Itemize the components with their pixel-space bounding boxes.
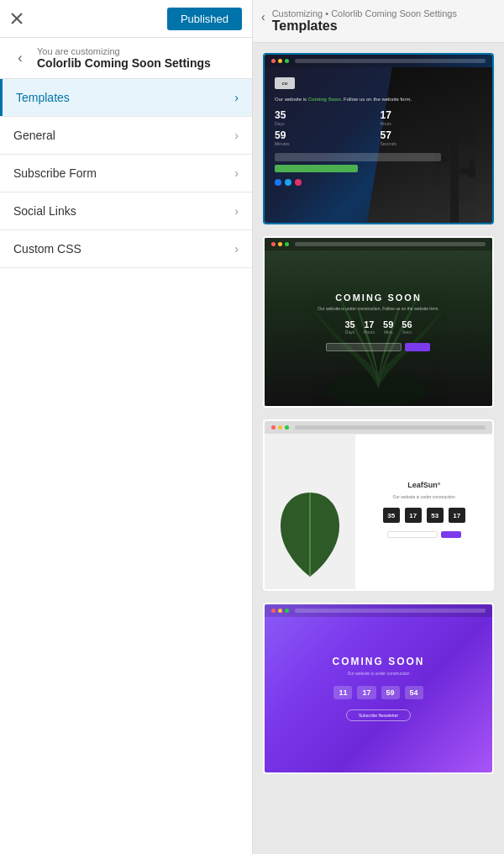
chevron-right-icon: ›	[234, 91, 239, 104]
counter-label: Days	[275, 121, 377, 126]
published-button[interactable]: Published	[167, 8, 242, 30]
right-header: ‹ Customizing • Colorlib Coming Soon Set…	[253, 0, 504, 43]
nav-menu: Templates › General › Subscribe Form › S…	[0, 79, 252, 854]
chevron-right-icon: ›	[234, 242, 239, 256]
page-title: Templates	[272, 18, 457, 34]
counter-val: 35	[275, 109, 377, 121]
template-card-1[interactable]: co Our website is Coming Soon. Follow us…	[263, 53, 494, 224]
sidebar-item-subscribe-form[interactable]: Subscribe Form ›	[0, 155, 252, 192]
close-button[interactable]	[10, 12, 24, 25]
customizing-label: You are customizing	[37, 46, 211, 56]
customizing-title: Colorlib Coming Soon Settings	[37, 56, 211, 70]
tmpl4-subscribe-btn: Subscribe Newsletter	[346, 709, 411, 721]
sidebar-item-social-links[interactable]: Social Links ›	[0, 192, 252, 230]
templates-list: co Our website is Coming Soon. Follow us…	[253, 43, 504, 784]
sidebar-item-templates[interactable]: Templates ›	[0, 79, 252, 117]
template-card-3[interactable]: LeafSun° Our website is under constructi…	[263, 419, 494, 591]
chevron-right-icon: ›	[234, 129, 239, 142]
customizing-bar: ‹ You are customizing Colorlib Coming So…	[0, 38, 252, 79]
sidebar-item-general[interactable]: General ›	[0, 117, 252, 155]
sidebar-item-custom-css[interactable]: Custom CSS ›	[0, 230, 252, 268]
chevron-right-icon: ›	[234, 204, 239, 218]
back-button[interactable]: ‹	[10, 48, 30, 68]
chevron-right-icon: ›	[234, 166, 239, 180]
right-back-button[interactable]: ‹	[261, 10, 265, 24]
right-panel: ‹ Customizing • Colorlib Coming Soon Set…	[253, 0, 504, 854]
breadcrumb: Customizing • Colorlib Coming Soon Setti…	[272, 8, 457, 18]
template-card-2[interactable]: COMING SOON Our website is under constru…	[263, 236, 494, 408]
top-bar: Published	[0, 0, 252, 38]
left-panel: Published ‹ You are customizing Colorlib…	[0, 0, 253, 854]
template-card-4[interactable]: COMING SOON Our website is under constru…	[263, 603, 494, 774]
